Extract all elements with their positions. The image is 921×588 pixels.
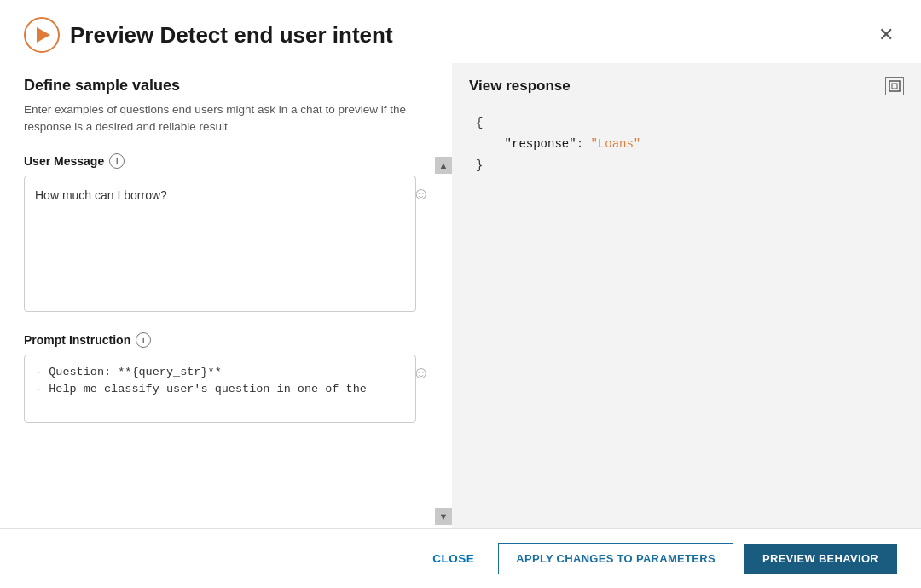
response-line2: "response": "Loans" xyxy=(476,134,897,155)
modal-footer: CLOSE APPLY CHANGES TO PARAMETERS PREVIE… xyxy=(0,528,921,588)
modal-header: Preview Detect end user intent ✕ xyxy=(0,0,921,63)
preview-behavior-button[interactable]: PREVIEW BEHAVIOR xyxy=(744,544,897,574)
response-value: "Loans" xyxy=(590,137,640,151)
user-message-wrapper: How much can I borrow? ☺ xyxy=(24,176,438,315)
section-title: Define sample values xyxy=(24,77,452,95)
prompt-label: Prompt Instruction i xyxy=(24,332,438,348)
play-icon xyxy=(24,17,60,53)
prompt-emoji-icon[interactable]: ☺ xyxy=(413,363,430,383)
user-message-emoji-icon[interactable]: ☺ xyxy=(413,184,430,204)
close-button[interactable]: CLOSE xyxy=(419,544,488,574)
user-message-info-icon[interactable]: i xyxy=(109,153,125,169)
response-key: "response" xyxy=(505,137,576,151)
apply-changes-button[interactable]: APPLY CHANGES TO PARAMETERS xyxy=(498,543,733,574)
modal-body: Define sample values Enter examples of q… xyxy=(0,63,921,528)
user-message-label: User Message i xyxy=(24,153,438,169)
left-panel: Define sample values Enter examples of q… xyxy=(0,63,452,528)
svg-rect-1 xyxy=(892,84,897,89)
expand-icon[interactable] xyxy=(885,77,904,95)
section-desc: Enter examples of questions end users mi… xyxy=(24,101,416,136)
header-left: Preview Detect end user intent xyxy=(24,17,393,53)
modal-title: Preview Detect end user intent xyxy=(70,22,393,49)
left-panel-inner: User Message i How much can I borrow? ☺ … xyxy=(24,153,452,529)
scroll-down-button[interactable]: ▼ xyxy=(435,508,452,525)
response-content: { "response": "Loans" } xyxy=(469,109,904,181)
user-message-textarea[interactable]: How much can I borrow? xyxy=(24,176,416,312)
user-message-field: User Message i How much can I borrow? ☺ xyxy=(24,153,438,315)
scroll-region[interactable]: User Message i How much can I borrow? ☺ … xyxy=(24,153,452,529)
modal-container: Preview Detect end user intent ✕ Define … xyxy=(0,0,921,588)
play-triangle-shape xyxy=(37,27,50,43)
right-panel: View response { "response": "Loans" } xyxy=(452,63,921,528)
svg-rect-0 xyxy=(889,81,900,91)
prompt-info-icon[interactable]: i xyxy=(136,332,151,348)
prompt-instruction-field: Prompt Instruction i - Question: **{quer… xyxy=(24,332,438,426)
scroll-up-button[interactable]: ▲ xyxy=(435,157,452,174)
prompt-wrapper: - Question: **{query_str}** - Help me cl… xyxy=(24,355,438,426)
view-response-title: View response xyxy=(469,78,571,95)
scroll-controls: ▲ ▼ xyxy=(435,153,452,529)
right-panel-header: View response xyxy=(469,77,904,95)
prompt-textarea[interactable]: - Question: **{query_str}** - Help me cl… xyxy=(24,355,416,423)
response-line3: } xyxy=(476,155,897,176)
close-x-button[interactable]: ✕ xyxy=(875,22,897,48)
response-line1: { xyxy=(476,112,897,134)
